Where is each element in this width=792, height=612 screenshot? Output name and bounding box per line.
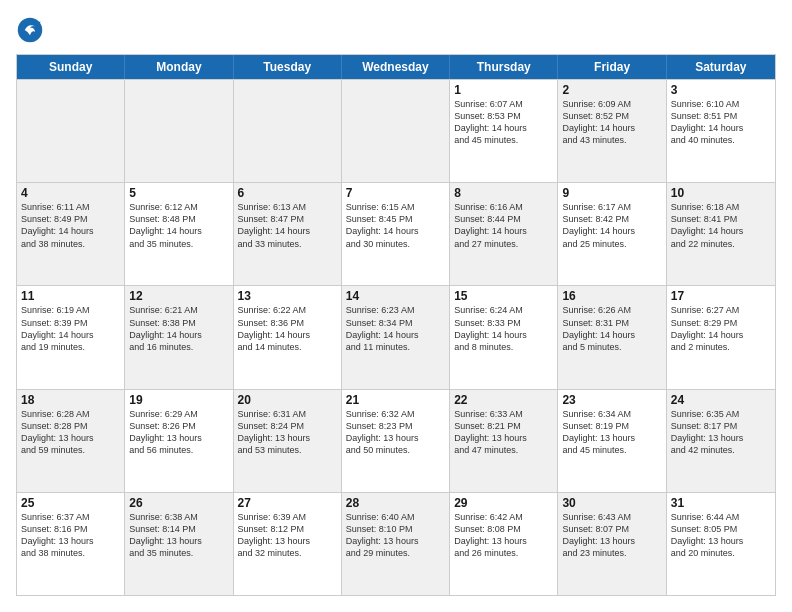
cal-cell-empty-2: [234, 80, 342, 182]
cal-cell-7: 7Sunrise: 6:15 AM Sunset: 8:45 PM Daylig…: [342, 183, 450, 285]
cell-info-14: Sunrise: 6:23 AM Sunset: 8:34 PM Dayligh…: [346, 304, 445, 353]
cal-cell-16: 16Sunrise: 6:26 AM Sunset: 8:31 PM Dayli…: [558, 286, 666, 388]
page: SundayMondayTuesdayWednesdayThursdayFrid…: [0, 0, 792, 612]
day-number-26: 26: [129, 496, 228, 510]
day-number-23: 23: [562, 393, 661, 407]
day-number-25: 25: [21, 496, 120, 510]
cal-row-1: 4Sunrise: 6:11 AM Sunset: 8:49 PM Daylig…: [17, 182, 775, 285]
cal-cell-26: 26Sunrise: 6:38 AM Sunset: 8:14 PM Dayli…: [125, 493, 233, 595]
cal-cell-12: 12Sunrise: 6:21 AM Sunset: 8:38 PM Dayli…: [125, 286, 233, 388]
cal-cell-28: 28Sunrise: 6:40 AM Sunset: 8:10 PM Dayli…: [342, 493, 450, 595]
day-number-29: 29: [454, 496, 553, 510]
cal-cell-4: 4Sunrise: 6:11 AM Sunset: 8:49 PM Daylig…: [17, 183, 125, 285]
day-number-2: 2: [562, 83, 661, 97]
day-number-6: 6: [238, 186, 337, 200]
cell-info-27: Sunrise: 6:39 AM Sunset: 8:12 PM Dayligh…: [238, 511, 337, 560]
cell-info-31: Sunrise: 6:44 AM Sunset: 8:05 PM Dayligh…: [671, 511, 771, 560]
day-number-3: 3: [671, 83, 771, 97]
logo-wrapper: [16, 16, 48, 44]
cal-cell-29: 29Sunrise: 6:42 AM Sunset: 8:08 PM Dayli…: [450, 493, 558, 595]
cell-info-11: Sunrise: 6:19 AM Sunset: 8:39 PM Dayligh…: [21, 304, 120, 353]
cal-cell-21: 21Sunrise: 6:32 AM Sunset: 8:23 PM Dayli…: [342, 390, 450, 492]
cal-cell-empty-0: [17, 80, 125, 182]
cell-info-13: Sunrise: 6:22 AM Sunset: 8:36 PM Dayligh…: [238, 304, 337, 353]
day-number-1: 1: [454, 83, 553, 97]
cal-cell-6: 6Sunrise: 6:13 AM Sunset: 8:47 PM Daylig…: [234, 183, 342, 285]
cell-info-7: Sunrise: 6:15 AM Sunset: 8:45 PM Dayligh…: [346, 201, 445, 250]
cal-cell-3: 3Sunrise: 6:10 AM Sunset: 8:51 PM Daylig…: [667, 80, 775, 182]
cal-row-4: 25Sunrise: 6:37 AM Sunset: 8:16 PM Dayli…: [17, 492, 775, 595]
cal-cell-13: 13Sunrise: 6:22 AM Sunset: 8:36 PM Dayli…: [234, 286, 342, 388]
cal-cell-8: 8Sunrise: 6:16 AM Sunset: 8:44 PM Daylig…: [450, 183, 558, 285]
cell-info-23: Sunrise: 6:34 AM Sunset: 8:19 PM Dayligh…: [562, 408, 661, 457]
cell-info-12: Sunrise: 6:21 AM Sunset: 8:38 PM Dayligh…: [129, 304, 228, 353]
calendar: SundayMondayTuesdayWednesdayThursdayFrid…: [16, 54, 776, 596]
calendar-body: 1Sunrise: 6:07 AM Sunset: 8:53 PM Daylig…: [17, 79, 775, 595]
day-number-19: 19: [129, 393, 228, 407]
cell-info-19: Sunrise: 6:29 AM Sunset: 8:26 PM Dayligh…: [129, 408, 228, 457]
cal-header-sunday: Sunday: [17, 55, 125, 79]
cell-info-8: Sunrise: 6:16 AM Sunset: 8:44 PM Dayligh…: [454, 201, 553, 250]
logo-icon: [16, 16, 44, 44]
cell-info-6: Sunrise: 6:13 AM Sunset: 8:47 PM Dayligh…: [238, 201, 337, 250]
day-number-20: 20: [238, 393, 337, 407]
cell-info-2: Sunrise: 6:09 AM Sunset: 8:52 PM Dayligh…: [562, 98, 661, 147]
cell-info-22: Sunrise: 6:33 AM Sunset: 8:21 PM Dayligh…: [454, 408, 553, 457]
cal-row-0: 1Sunrise: 6:07 AM Sunset: 8:53 PM Daylig…: [17, 79, 775, 182]
cal-cell-15: 15Sunrise: 6:24 AM Sunset: 8:33 PM Dayli…: [450, 286, 558, 388]
cal-row-3: 18Sunrise: 6:28 AM Sunset: 8:28 PM Dayli…: [17, 389, 775, 492]
day-number-18: 18: [21, 393, 120, 407]
day-number-10: 10: [671, 186, 771, 200]
cell-info-25: Sunrise: 6:37 AM Sunset: 8:16 PM Dayligh…: [21, 511, 120, 560]
day-number-24: 24: [671, 393, 771, 407]
cell-info-29: Sunrise: 6:42 AM Sunset: 8:08 PM Dayligh…: [454, 511, 553, 560]
cell-info-18: Sunrise: 6:28 AM Sunset: 8:28 PM Dayligh…: [21, 408, 120, 457]
logo: [16, 16, 48, 44]
day-number-7: 7: [346, 186, 445, 200]
cal-cell-10: 10Sunrise: 6:18 AM Sunset: 8:41 PM Dayli…: [667, 183, 775, 285]
cal-header-saturday: Saturday: [667, 55, 775, 79]
cal-cell-25: 25Sunrise: 6:37 AM Sunset: 8:16 PM Dayli…: [17, 493, 125, 595]
cal-cell-empty-3: [342, 80, 450, 182]
calendar-header-row: SundayMondayTuesdayWednesdayThursdayFrid…: [17, 55, 775, 79]
cal-cell-empty-1: [125, 80, 233, 182]
cal-header-friday: Friday: [558, 55, 666, 79]
cal-cell-27: 27Sunrise: 6:39 AM Sunset: 8:12 PM Dayli…: [234, 493, 342, 595]
cal-cell-23: 23Sunrise: 6:34 AM Sunset: 8:19 PM Dayli…: [558, 390, 666, 492]
day-number-16: 16: [562, 289, 661, 303]
cal-cell-11: 11Sunrise: 6:19 AM Sunset: 8:39 PM Dayli…: [17, 286, 125, 388]
day-number-15: 15: [454, 289, 553, 303]
cell-info-4: Sunrise: 6:11 AM Sunset: 8:49 PM Dayligh…: [21, 201, 120, 250]
cal-cell-24: 24Sunrise: 6:35 AM Sunset: 8:17 PM Dayli…: [667, 390, 775, 492]
cell-info-16: Sunrise: 6:26 AM Sunset: 8:31 PM Dayligh…: [562, 304, 661, 353]
cell-info-5: Sunrise: 6:12 AM Sunset: 8:48 PM Dayligh…: [129, 201, 228, 250]
day-number-28: 28: [346, 496, 445, 510]
cal-cell-30: 30Sunrise: 6:43 AM Sunset: 8:07 PM Dayli…: [558, 493, 666, 595]
cell-info-30: Sunrise: 6:43 AM Sunset: 8:07 PM Dayligh…: [562, 511, 661, 560]
day-number-13: 13: [238, 289, 337, 303]
cell-info-9: Sunrise: 6:17 AM Sunset: 8:42 PM Dayligh…: [562, 201, 661, 250]
cal-cell-31: 31Sunrise: 6:44 AM Sunset: 8:05 PM Dayli…: [667, 493, 775, 595]
cell-info-28: Sunrise: 6:40 AM Sunset: 8:10 PM Dayligh…: [346, 511, 445, 560]
cal-cell-22: 22Sunrise: 6:33 AM Sunset: 8:21 PM Dayli…: [450, 390, 558, 492]
cal-cell-19: 19Sunrise: 6:29 AM Sunset: 8:26 PM Dayli…: [125, 390, 233, 492]
cal-cell-9: 9Sunrise: 6:17 AM Sunset: 8:42 PM Daylig…: [558, 183, 666, 285]
cal-cell-14: 14Sunrise: 6:23 AM Sunset: 8:34 PM Dayli…: [342, 286, 450, 388]
cal-cell-5: 5Sunrise: 6:12 AM Sunset: 8:48 PM Daylig…: [125, 183, 233, 285]
day-number-11: 11: [21, 289, 120, 303]
day-number-27: 27: [238, 496, 337, 510]
day-number-30: 30: [562, 496, 661, 510]
cal-cell-2: 2Sunrise: 6:09 AM Sunset: 8:52 PM Daylig…: [558, 80, 666, 182]
cell-info-3: Sunrise: 6:10 AM Sunset: 8:51 PM Dayligh…: [671, 98, 771, 147]
cal-header-tuesday: Tuesday: [234, 55, 342, 79]
cell-info-26: Sunrise: 6:38 AM Sunset: 8:14 PM Dayligh…: [129, 511, 228, 560]
day-number-14: 14: [346, 289, 445, 303]
cal-cell-20: 20Sunrise: 6:31 AM Sunset: 8:24 PM Dayli…: [234, 390, 342, 492]
day-number-31: 31: [671, 496, 771, 510]
cal-cell-17: 17Sunrise: 6:27 AM Sunset: 8:29 PM Dayli…: [667, 286, 775, 388]
day-number-22: 22: [454, 393, 553, 407]
cell-info-10: Sunrise: 6:18 AM Sunset: 8:41 PM Dayligh…: [671, 201, 771, 250]
cell-info-17: Sunrise: 6:27 AM Sunset: 8:29 PM Dayligh…: [671, 304, 771, 353]
header: [16, 16, 776, 44]
cal-header-wednesday: Wednesday: [342, 55, 450, 79]
